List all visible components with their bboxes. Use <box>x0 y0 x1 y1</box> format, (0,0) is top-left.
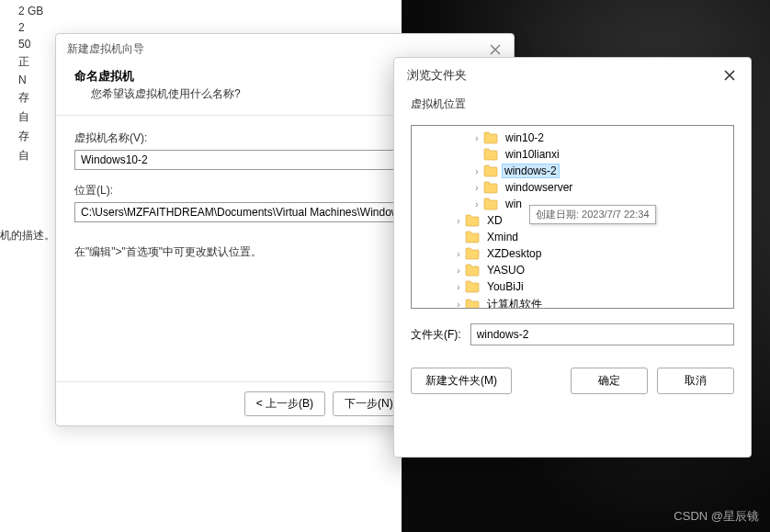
close-icon[interactable] <box>721 67 738 84</box>
folder-icon <box>483 164 498 177</box>
folder-tooltip: 创建日期: 2023/7/7 22:34 <box>529 205 656 224</box>
chevron-right-icon[interactable]: › <box>452 282 465 292</box>
tree-item[interactable]: ›XZDesktop <box>412 245 733 262</box>
back-button[interactable]: < 上一步(B) <box>244 391 325 416</box>
tree-item-label: XZDesktop <box>483 246 545 261</box>
folder-icon <box>465 214 480 227</box>
wizard-title: 新建虚拟机向导 <box>67 41 144 57</box>
folder-icon <box>483 198 498 210</box>
folder-icon <box>483 148 498 161</box>
tree-item[interactable]: ›windows-2 <box>412 163 733 179</box>
tree-item[interactable]: ›计算机软件 <box>412 295 733 309</box>
browse-folder-dialog: 浏览文件夹 虚拟机位置 ›win10-2›win10lianxi›windows… <box>393 57 752 458</box>
tree-item-label: windows-2 <box>502 164 560 178</box>
tree-item-label: XD <box>483 213 506 228</box>
browse-subtitle: 虚拟机位置 <box>394 93 751 121</box>
folder-icon <box>465 247 480 260</box>
chevron-right-icon[interactable]: › <box>470 199 483 209</box>
tree-item[interactable]: ›YASUO <box>412 262 733 278</box>
chevron-right-icon[interactable]: › <box>452 300 465 309</box>
chevron-right-icon[interactable]: › <box>452 216 465 226</box>
tree-item-label: win <box>502 197 526 211</box>
folder-icon <box>465 299 480 310</box>
tree-item-label: YouBiJi <box>483 279 527 294</box>
tree-item-label: Xmind <box>483 230 522 244</box>
folder-icon <box>483 131 498 144</box>
tree-item[interactable]: ›YouBiJi <box>412 278 733 295</box>
bg-caption: 机的描述。 <box>0 228 55 243</box>
folder-name-input[interactable] <box>470 323 734 345</box>
tree-item-label: win10lianxi <box>502 147 563 162</box>
browse-title: 浏览文件夹 <box>407 67 467 84</box>
folder-name-label: 文件夹(F): <box>411 327 461 343</box>
folder-tree[interactable]: ›win10-2›win10lianxi›windows-2›windowser… <box>411 125 734 309</box>
new-folder-button[interactable]: 新建文件夹(M) <box>411 368 512 394</box>
chevron-right-icon[interactable]: › <box>452 249 465 259</box>
folder-icon <box>465 231 480 243</box>
chevron-right-icon[interactable]: › <box>470 133 483 143</box>
folder-icon <box>483 181 498 194</box>
folder-icon <box>465 280 480 293</box>
tree-item-label: 计算机软件 <box>483 296 546 309</box>
tree-item[interactable]: ›win10lianxi <box>412 146 733 163</box>
folder-icon <box>465 264 480 277</box>
watermark: CSDN @星辰镜 <box>674 508 759 525</box>
ok-button[interactable]: 确定 <box>571 368 648 394</box>
chevron-right-icon[interactable]: › <box>470 183 483 193</box>
close-icon[interactable] <box>488 42 503 57</box>
chevron-right-icon[interactable]: › <box>452 266 465 276</box>
chevron-right-icon[interactable]: › <box>470 166 483 176</box>
tree-item-label: YASUO <box>483 263 528 277</box>
tree-item[interactable]: ›Xmind <box>412 229 733 245</box>
tree-item-label: windowserver <box>502 180 576 195</box>
tree-item[interactable]: ›win10-2 <box>412 130 733 146</box>
cancel-button[interactable]: 取消 <box>657 368 734 394</box>
tree-item[interactable]: ›windowserver <box>412 179 733 196</box>
tree-item-label: win10-2 <box>502 130 548 145</box>
